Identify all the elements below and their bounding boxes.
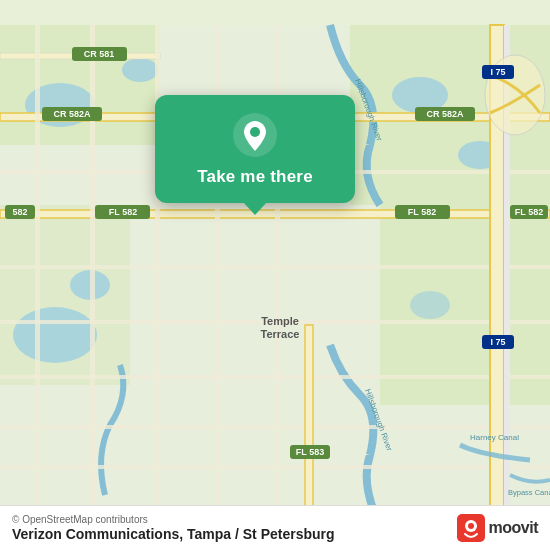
svg-point-11 xyxy=(410,291,450,319)
svg-text:FL 582: FL 582 xyxy=(515,207,543,217)
svg-rect-33 xyxy=(90,25,95,525)
svg-text:I 75: I 75 xyxy=(490,67,505,77)
svg-rect-1 xyxy=(0,25,160,145)
svg-text:Temple: Temple xyxy=(261,315,299,327)
moovit-logo: moovit xyxy=(457,514,538,542)
popup-label: Take me there xyxy=(197,167,313,187)
bottom-bar: © OpenStreetMap contributors Verizon Com… xyxy=(0,505,550,550)
bottom-left: © OpenStreetMap contributors Verizon Com… xyxy=(12,514,335,542)
popup-card[interactable]: Take me there xyxy=(155,95,355,203)
map-container: CR 581 CR 582A CR 582A 582 FL 582 FL 582… xyxy=(0,0,550,550)
svg-point-9 xyxy=(13,307,97,363)
svg-text:Bypass Canal: Bypass Canal xyxy=(508,488,550,497)
location-name: Verizon Communications, Tampa / St Peter… xyxy=(12,526,335,542)
svg-text:Harney Canal: Harney Canal xyxy=(470,433,519,442)
moovit-brand-icon xyxy=(457,514,485,542)
pin-icon xyxy=(233,113,277,157)
map-svg: CR 581 CR 582A CR 582A 582 FL 582 FL 582… xyxy=(0,0,550,550)
svg-point-6 xyxy=(122,58,158,82)
moovit-text: moovit xyxy=(489,519,538,537)
svg-point-65 xyxy=(468,523,474,529)
svg-rect-32 xyxy=(35,25,40,525)
svg-text:CR 582A: CR 582A xyxy=(53,109,91,119)
osm-credit: © OpenStreetMap contributors xyxy=(12,514,335,525)
svg-text:FL 582: FL 582 xyxy=(109,207,137,217)
svg-rect-27 xyxy=(305,325,313,525)
svg-text:582: 582 xyxy=(12,207,27,217)
svg-text:FL 582: FL 582 xyxy=(408,207,436,217)
svg-text:CR 581: CR 581 xyxy=(84,49,115,59)
svg-text:I 75: I 75 xyxy=(490,337,505,347)
svg-point-62 xyxy=(250,127,260,137)
svg-text:CR 582A: CR 582A xyxy=(426,109,464,119)
svg-text:FL 583: FL 583 xyxy=(296,447,324,457)
svg-text:Terrace: Terrace xyxy=(261,328,300,340)
